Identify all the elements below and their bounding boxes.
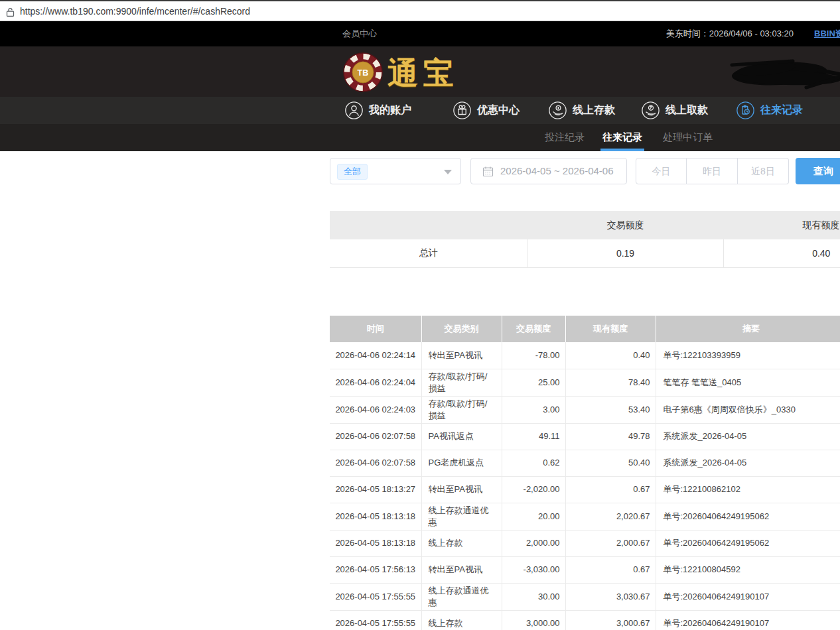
header-time: 时间: [330, 316, 421, 342]
category-cell: PA视讯返点: [421, 423, 502, 450]
table-body: 2026-04-06 02:24:14转出至PA视讯-78.000.40单号:1…: [330, 342, 840, 630]
nav-label: 线上存款: [573, 103, 615, 117]
balance-cell: 2,000.67: [565, 530, 656, 556]
nav-item-my-account[interactable]: 我的账户: [345, 97, 411, 124]
amount-cell: 3,000.00: [502, 610, 565, 630]
balance-cell: 3,000.67: [565, 610, 656, 630]
nav-label: 往来记录: [760, 103, 803, 117]
memo-cell: 单号:122100804592: [656, 556, 840, 583]
summary-header-row: 交易额度 现有额度: [330, 211, 840, 239]
tab-betting-records[interactable]: 投注纪录: [543, 124, 587, 151]
nav-label: 优惠中心: [477, 103, 520, 117]
balance-cell: 0.40: [565, 342, 656, 369]
table-row: 2026-04-06 02:07:58PA视讯返点49.1149.78系统派发_…: [330, 423, 840, 450]
category-cell: 转出至PA视讯: [421, 476, 502, 503]
header-amount: 交易额度: [502, 316, 565, 342]
amount-cell: 25.00: [502, 369, 565, 396]
date-range-value[interactable]: 2026-04-05 ~ 2026-04-06: [500, 158, 614, 184]
amount-cell: -78.00: [502, 342, 565, 369]
table-row: 2026-04-05 17:55:55线上存款通道优惠30.003,030.67…: [330, 583, 840, 610]
summary-table: 交易额度 现有额度 总计 0.19 0.40: [330, 211, 840, 268]
amount-cell: 2,000.00: [502, 530, 565, 556]
top-utility-bar: 会员中心 美东时间：2026/04/06 - 03:03:20 BBIN资: [0, 21, 840, 46]
balance-cell: 49.78: [565, 423, 656, 450]
nav-item-online-deposit[interactable]: 线上存款: [549, 97, 615, 124]
summary-header-balance: 现有额度: [723, 211, 840, 239]
memo-cell: 单号:202604064249195062: [656, 503, 840, 530]
chevron-down-icon: [444, 170, 452, 174]
type-select[interactable]: 全部: [330, 158, 461, 184]
time-cell: 2026-04-05 18:13:18: [330, 530, 421, 556]
records-table: 时间 交易类别 交易额度 现有额度 摘要 2026-04-06 02:24:14…: [330, 316, 840, 630]
amount-cell: 30.00: [502, 583, 565, 610]
balance-cell: 0.67: [565, 476, 656, 503]
header-category: 交易类别: [421, 316, 502, 342]
time-cell: 2026-04-05 17:56:13: [330, 556, 421, 583]
nav-item-transaction-records[interactable]: 往来记录: [736, 97, 803, 124]
promo-icon: [453, 101, 471, 119]
member-center-link[interactable]: 会员中心: [342, 21, 377, 46]
memo-cell: 单号:202604064249190107: [656, 583, 840, 610]
main-nav: 我的账户 优惠中心 线上存款: [0, 97, 840, 124]
date-range-input[interactable]: 2026-04-05 ~ 2026-04-06: [470, 158, 627, 184]
memo-cell: 单号:122103393959: [656, 342, 840, 369]
tab-processing-orders[interactable]: 处理中订单: [661, 124, 715, 151]
balance-cell: 50.40: [565, 450, 656, 476]
table-row: 2026-04-05 18:13:27转出至PA视讯-2,020.000.67单…: [330, 476, 840, 503]
bbin-link[interactable]: BBIN资: [814, 21, 840, 46]
summary-total-row: 总计 0.19 0.40: [330, 239, 840, 267]
header-logo-band: TB 通宝: [0, 46, 840, 97]
table-row: 2026-04-05 18:13:18线上存款2,000.002,000.67单…: [330, 530, 840, 556]
url-text[interactable]: https://www.tb190.com:9900/infe/mcenter/…: [20, 1, 250, 21]
nav-label: 线上取款: [665, 103, 708, 117]
amount-cell: 20.00: [502, 503, 565, 530]
amount-cell: -3,030.00: [502, 556, 565, 583]
table-row: 2026-04-05 17:56:13转出至PA视讯-3,030.000.67单…: [330, 556, 840, 583]
records-icon: [736, 101, 754, 119]
nav-item-online-withdrawal[interactable]: 线上取款: [642, 97, 708, 124]
time-cell: 2026-04-06 02:07:58: [330, 450, 421, 476]
amount-cell: 3.00: [502, 396, 565, 423]
memo-cell: 单号:202604064249195062: [656, 530, 840, 556]
table-row: 2026-04-05 18:13:18线上存款通道优惠20.002,020.67…: [330, 503, 840, 530]
records-header-row: 时间 交易类别 交易额度 现有额度 摘要: [330, 316, 840, 342]
lock-icon: [6, 7, 15, 20]
yesterday-button[interactable]: 昨日: [687, 158, 738, 184]
withdraw-icon: [642, 101, 660, 119]
search-button[interactable]: 查询: [796, 158, 840, 184]
deposit-icon: [549, 101, 567, 119]
table-row: 2026-04-06 02:24:14转出至PA视讯-78.000.40单号:1…: [330, 342, 840, 369]
today-button[interactable]: 今日: [636, 158, 687, 184]
quick-date-buttons: 今日 昨日 近8日: [636, 158, 789, 184]
calendar-icon: [482, 166, 494, 180]
memo-cell: 系统派发_2026-04-05: [656, 450, 840, 476]
balance-cell: 2,020.67: [565, 503, 656, 530]
account-icon: [345, 101, 363, 119]
nav-item-promotions[interactable]: 优惠中心: [453, 97, 520, 124]
time-cell: 2026-04-05 18:13:18: [330, 503, 421, 530]
amount-cell: 0.62: [502, 450, 565, 476]
brand-name: 通宝: [387, 53, 459, 94]
browser-address-bar[interactable]: https://www.tb190.com:9900/infe/mcenter/…: [0, 0, 840, 21]
balance-cell: 53.40: [565, 396, 656, 423]
time-cell: 2026-04-05 17:55:55: [330, 610, 421, 630]
brand-chip-icon: TB: [342, 52, 384, 95]
summary-transaction-total: 0.19: [527, 239, 723, 267]
category-cell: 转出至PA视讯: [421, 556, 502, 583]
amount-cell: -2,020.00: [502, 476, 565, 503]
memo-cell: 电子第6惠《周周双倍快乐》_0330: [656, 396, 840, 423]
last-8-days-button[interactable]: 近8日: [738, 158, 789, 184]
balance-cell: 78.40: [565, 369, 656, 396]
amount-cell: 49.11: [502, 423, 565, 450]
type-tag[interactable]: 全部: [337, 164, 368, 180]
category-cell: 存款/取款/打码/损益: [421, 396, 502, 423]
category-cell: 线上存款: [421, 530, 502, 556]
summary-total-label: 总计: [330, 239, 527, 267]
category-cell: 线上存款通道优惠: [421, 503, 502, 530]
page: https://www.tb190.com:9900/infe/mcenter/…: [0, 0, 840, 630]
category-cell: 线上存款通道优惠: [421, 583, 502, 610]
tab-transaction-records[interactable]: 往来记录: [600, 124, 644, 151]
svg-text:TB: TB: [358, 68, 369, 78]
memo-cell: 笔笔存 笔笔送_0405: [656, 369, 840, 396]
category-cell: 存款/取款/打码/损益: [421, 369, 502, 396]
